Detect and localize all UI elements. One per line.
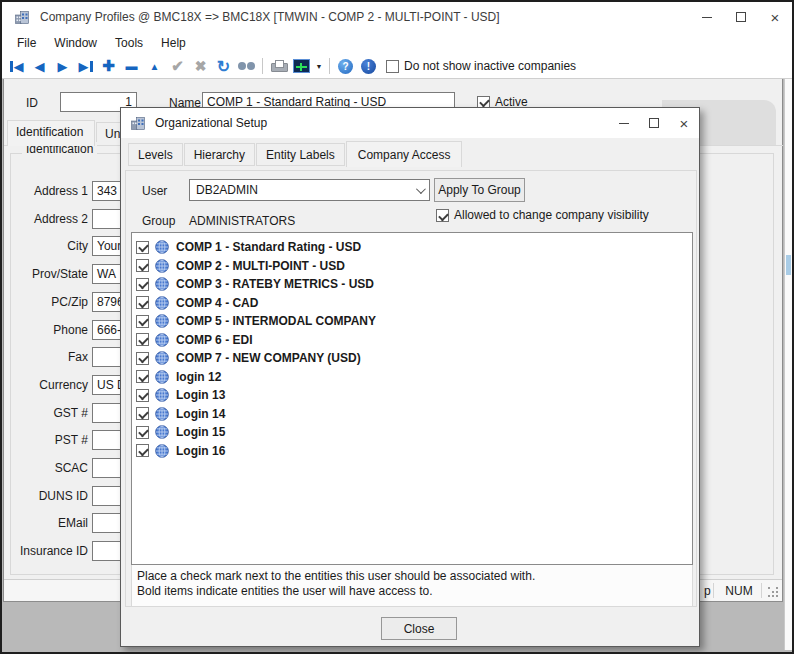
delete-record-button[interactable]	[120, 55, 143, 77]
entity-label: COMP 7 - NEW COMPANY (USD)	[176, 351, 361, 365]
dialog-maximize-button[interactable]	[639, 108, 669, 138]
about-button[interactable]	[357, 55, 380, 77]
entity-row[interactable]: Login 13	[132, 386, 692, 405]
menu-window[interactable]: Window	[45, 34, 106, 52]
first-record-button[interactable]	[5, 55, 28, 77]
entity-checkbox[interactable]	[136, 315, 149, 328]
dialog-minimize-button[interactable]	[609, 108, 639, 138]
last-record-button[interactable]	[74, 55, 97, 77]
menu-tools[interactable]: Tools	[106, 34, 152, 52]
entity-checkbox[interactable]	[136, 426, 149, 439]
insurance-id-label: Insurance ID	[4, 544, 88, 558]
minimize-button[interactable]	[690, 2, 724, 32]
entity-checkbox[interactable]	[136, 296, 149, 309]
find-button[interactable]	[235, 55, 258, 77]
dialog-tab-strip: LevelsHierarchyEntity LabelsCompany Acce…	[128, 141, 463, 166]
add-record-button[interactable]	[97, 55, 120, 77]
scrollbar-thumb[interactable]	[786, 255, 791, 275]
entity-row[interactable]: COMP 6 - EDI	[132, 331, 692, 350]
dialog-tab-company-access[interactable]: Company Access	[346, 141, 463, 167]
toolbar-separator	[262, 58, 263, 74]
entity-checkbox[interactable]	[136, 352, 149, 365]
entity-row[interactable]: Login 15	[132, 423, 692, 442]
monitor-button[interactable]	[290, 55, 313, 77]
dialog-tab-entity-labels[interactable]: Entity Labels	[256, 143, 345, 166]
globe-icon	[155, 277, 169, 291]
entity-label: Login 16	[176, 444, 225, 458]
entity-label: COMP 1 - Standard Rating - USD	[176, 240, 361, 254]
menu-bar: FileWindowToolsHelp	[2, 32, 792, 54]
globe-icon	[155, 296, 169, 310]
entity-row[interactable]: COMP 3 - RATEBY METRICS - USD	[132, 275, 692, 294]
resize-grip[interactable]	[767, 586, 779, 598]
entity-checkbox[interactable]	[136, 333, 149, 346]
entity-checkbox[interactable]	[136, 444, 149, 457]
save-record-button[interactable]	[166, 55, 189, 77]
entity-label: COMP 5 - INTERMODAL COMPANY	[176, 314, 376, 328]
monitor-dropdown-button[interactable]: ▼	[313, 55, 325, 77]
address-2-label: Address 2	[4, 212, 88, 226]
entity-label: Login 13	[176, 388, 225, 402]
entity-row[interactable]: COMP 2 - MULTI-POINT - USD	[132, 257, 692, 276]
dialog-tab-levels[interactable]: Levels	[128, 143, 183, 166]
fax-label: Fax	[4, 350, 88, 364]
id-label: ID	[26, 96, 38, 110]
menu-help[interactable]: Help	[152, 34, 195, 52]
entity-row[interactable]: COMP 1 - Standard Rating - USD	[132, 238, 692, 257]
entity-checkbox[interactable]	[136, 259, 149, 272]
group-value: ADMINISTRATORS	[189, 214, 295, 228]
print-button[interactable]	[267, 55, 290, 77]
visibility-checkbox-row: Allowed to change company visibility	[436, 208, 649, 222]
dialog-close-button[interactable]: ×	[669, 108, 699, 138]
dialog-titlebar: Organizational Setup ×	[121, 108, 699, 138]
toolbar-separator	[329, 58, 330, 74]
entity-row[interactable]: Login 14	[132, 405, 692, 424]
up-icon	[150, 61, 160, 72]
previous-record-button[interactable]	[28, 55, 51, 77]
menu-file[interactable]: File	[8, 34, 45, 52]
entity-row[interactable]: Login 16	[132, 442, 692, 461]
entity-row[interactable]: login 12	[132, 368, 692, 387]
main-titlebar: Company Profiles @ BMC18X => BMC18X [TMW…	[2, 2, 792, 32]
chevron-down-icon	[416, 184, 426, 194]
tab-identification[interactable]: Identification	[7, 120, 95, 146]
help-icon	[338, 59, 353, 74]
next-record-button[interactable]	[51, 55, 74, 77]
globe-icon	[155, 388, 169, 402]
entity-row[interactable]: COMP 7 - NEW COMPANY (USD)	[132, 349, 692, 368]
status-partial-text: p	[704, 584, 711, 598]
entity-row[interactable]: COMP 4 - CAD	[132, 294, 692, 313]
entity-checkbox[interactable]	[136, 389, 149, 402]
accept-icon	[171, 57, 184, 75]
toolbar: ▼Do not show inactive companies	[2, 54, 792, 79]
entity-row[interactable]: COMP 5 - INTERMODAL COMPANY	[132, 312, 692, 331]
pst-label: PST #	[4, 433, 88, 447]
print-icon	[271, 60, 286, 73]
find-icon	[238, 61, 255, 71]
email-label: EMail	[4, 516, 88, 530]
refresh-icon	[217, 57, 230, 76]
apply-to-group-button[interactable]: Apply To Group	[434, 178, 525, 202]
move-up-button[interactable]	[143, 55, 166, 77]
cancel-changes-button[interactable]	[189, 55, 212, 77]
close-button[interactable]: Close	[381, 617, 457, 640]
user-dropdown-value: DB2ADMIN	[196, 183, 258, 197]
entity-checkbox[interactable]	[136, 370, 149, 383]
refresh-button[interactable]	[212, 55, 235, 77]
entity-checkbox[interactable]	[136, 407, 149, 420]
dialog-tab-hierarchy[interactable]: Hierarchy	[184, 143, 255, 166]
info-icon	[361, 59, 376, 74]
user-dropdown[interactable]: DB2ADMIN	[189, 179, 430, 201]
entity-checkbox[interactable]	[136, 241, 149, 254]
maximize-button[interactable]	[724, 2, 758, 32]
building-app-icon	[14, 9, 30, 25]
vertical-scrollbar[interactable]	[784, 79, 793, 650]
prov-state-label: Prov/State	[4, 267, 88, 281]
entity-checkbox[interactable]	[136, 278, 149, 291]
visibility-checkbox[interactable]	[436, 209, 449, 222]
inactive-companies-label: Do not show inactive companies	[404, 59, 576, 73]
instruction-line-2: Bold items indicate entities the user wi…	[137, 584, 692, 599]
help-button[interactable]	[334, 55, 357, 77]
close-window-button[interactable]: ×	[758, 2, 792, 32]
inactive-companies-checkbox[interactable]	[386, 60, 399, 73]
